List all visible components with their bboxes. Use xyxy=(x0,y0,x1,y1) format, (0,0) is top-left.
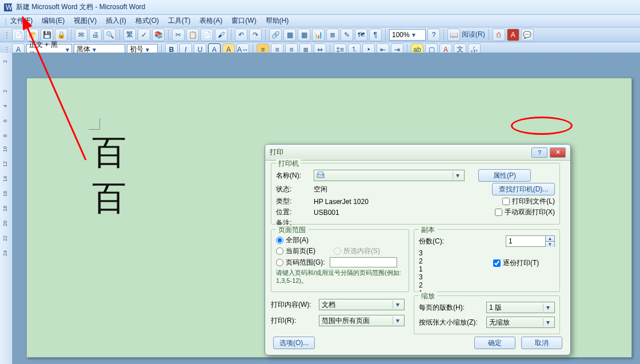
page-range-fieldset: 页面范围 全部(A) 当前页(E) 所选内容(S) 页码范围(G): 请键入页码… xyxy=(271,229,409,292)
spinner-up-icon[interactable]: ▲ xyxy=(545,236,554,241)
dialog-titlebar[interactable]: 打印 ? ✕ xyxy=(265,145,570,161)
options-button[interactable]: 选项(O)... xyxy=(273,337,315,349)
columns-icon[interactable]: ≣ xyxy=(326,29,339,41)
dialog-help-button[interactable]: ? xyxy=(531,147,547,158)
undo-icon[interactable]: ↶ xyxy=(235,29,247,41)
spinner-down-icon[interactable]: ▼ xyxy=(545,241,554,247)
docmap-icon[interactable]: 🗺 xyxy=(355,29,367,41)
scale-select[interactable]: 无缩放▾ xyxy=(486,317,555,328)
help-icon[interactable]: ? xyxy=(427,29,440,41)
scale-label: 按纸张大小缩放(Z): xyxy=(419,318,482,327)
printer-location-label: 位置: xyxy=(276,207,309,217)
window-titlebar: W 新建 Microsoft Word 文档 - Microsoft Word xyxy=(0,0,640,15)
per-sheet-value: 1 版 xyxy=(489,303,502,313)
print-to-file-checkbox[interactable]: 打印到文件(L) xyxy=(502,197,555,206)
menu-table[interactable]: 表格(A) xyxy=(195,15,227,27)
spellcheck-icon[interactable]: ✓ xyxy=(138,29,150,41)
chevron-down-icon: ▾ xyxy=(393,301,402,309)
reading-label[interactable]: 阅读(R) xyxy=(462,30,485,39)
acrobat-icon[interactable]: A xyxy=(507,29,519,41)
dialog-close-button[interactable]: ✕ xyxy=(550,147,566,158)
printer-name-select[interactable]: ▾ xyxy=(314,170,465,181)
collate-checkbox[interactable]: 逐份打印(T) xyxy=(493,258,539,268)
cut-icon[interactable]: ✂ xyxy=(172,29,185,41)
per-sheet-label: 每页的版数(H): xyxy=(419,303,482,313)
chevron-down-icon: ▾ xyxy=(543,303,552,311)
menu-bar: ⋮ 文件(F) 编辑(E) 视图(V) 插入(I) 格式(O) 工具(T) 表格… xyxy=(0,15,640,27)
new-doc-icon[interactable]: 📄 xyxy=(12,29,25,41)
menu-edit[interactable]: 编辑(E) xyxy=(37,15,69,27)
vertical-ruler[interactable]: 2 2 4 6 8 10 12 14 16 18 20 22 24 xyxy=(0,53,13,364)
reading-layout-icon[interactable]: 📖 xyxy=(447,29,460,41)
range-current-radio[interactable]: 当前页(E) xyxy=(276,246,315,256)
chevron-down-icon: ▾ xyxy=(393,317,402,325)
format-painter-icon[interactable]: 🖌 xyxy=(215,29,227,41)
menu-tools[interactable]: 工具(T) xyxy=(163,15,195,27)
printer-type-label: 类型: xyxy=(276,197,309,206)
zoom-legend: 缩放 xyxy=(419,291,437,301)
redo-icon[interactable]: ↷ xyxy=(249,29,262,41)
print-content-select[interactable]: 文档▾ xyxy=(319,299,405,310)
copies-count-label: 份数(C): xyxy=(419,237,444,246)
menu-insert[interactable]: 插入(I) xyxy=(101,15,130,27)
svg-text:W: W xyxy=(6,3,13,11)
document-workspace: 2 2 4 6 8 10 12 14 16 18 20 22 24 百 百 打印… xyxy=(0,53,640,364)
mail-icon[interactable]: ✉ xyxy=(75,29,87,41)
copies-fieldset: 副本 份数(C): ▲▼ 3 2 1 xyxy=(414,229,560,292)
printer-name-label: 名称(N): xyxy=(276,171,309,181)
pdf-icon[interactable]: ⎙ xyxy=(493,29,505,41)
document-text-line-1: 百 xyxy=(92,130,126,176)
menu-format[interactable]: 格式(O) xyxy=(131,15,163,27)
permissions-icon[interactable]: 🔒 xyxy=(55,29,67,41)
chinese-convert-icon[interactable]: 繁 xyxy=(123,29,136,41)
research-icon[interactable]: 📚 xyxy=(152,29,165,41)
drawing-icon[interactable]: ✎ xyxy=(341,29,353,41)
print-content-label: 打印内容(W): xyxy=(271,300,314,310)
copies-legend: 副本 xyxy=(419,225,437,235)
copies-count-input[interactable] xyxy=(506,236,545,246)
print-preview-icon[interactable]: 🔍 xyxy=(103,29,116,41)
range-selection-radio: 所选内容(S) xyxy=(334,246,380,256)
menu-window[interactable]: 窗口(W) xyxy=(227,15,261,27)
print-which-select[interactable]: 范围中所有页面▾ xyxy=(319,315,405,326)
copies-count-spinner[interactable]: ▲▼ xyxy=(506,235,555,247)
insert-worksheet-icon[interactable]: 📊 xyxy=(312,29,325,41)
printer-properties-button[interactable]: 属性(P) xyxy=(478,169,531,182)
find-printer-button[interactable]: 查找打印机(D)... xyxy=(492,183,555,195)
print-content-value: 文档 xyxy=(322,300,335,310)
open-icon[interactable]: 📂 xyxy=(26,29,39,41)
printer-status-label: 状态: xyxy=(276,185,309,194)
menu-help[interactable]: 帮助(H) xyxy=(261,15,294,27)
range-pages-radio[interactable]: 页码范围(G): xyxy=(276,258,325,267)
menu-file[interactable]: 文件(F) xyxy=(6,15,37,27)
paste-icon[interactable]: 📄 xyxy=(201,29,213,41)
hyperlink-icon[interactable]: 🔗 xyxy=(269,29,282,41)
save-icon[interactable]: 💾 xyxy=(41,29,53,41)
insert-table-icon[interactable]: ▦ xyxy=(298,29,310,41)
window-title: 新建 Microsoft Word 文档 - Microsoft Word xyxy=(16,2,145,12)
printer-icon xyxy=(317,171,325,179)
manual-duplex-checkbox[interactable]: 手动双面打印(X) xyxy=(495,207,555,217)
print-icon[interactable]: 🖨 xyxy=(89,29,102,41)
cancel-button[interactable]: 取消 xyxy=(521,337,562,349)
print-which-value: 范围中所有页面 xyxy=(322,316,370,326)
dialog-title: 打印 xyxy=(270,147,283,157)
printer-location-value: USB001 xyxy=(314,209,339,217)
range-hint: 请键入页码和/或用逗号分隔的页码范围(例如: 1,3,5-12)。 xyxy=(276,269,404,285)
print-dialog: 打印 ? ✕ 打印机 名称(N): ▾ 属性(P) xyxy=(265,144,571,355)
acrobat-comment-icon[interactable]: 💬 xyxy=(521,29,534,41)
toolbar-standard: ⋮ 📄 📂 💾 🔒 ✉ 🖨 🔍 繁 ✓ 📚 ✂ 📋 📄 🖌 ↶ ↷ 🔗 ▦ ▦ … xyxy=(0,27,640,42)
svg-rect-3 xyxy=(318,172,323,174)
tables-borders-icon[interactable]: ▦ xyxy=(283,29,296,41)
show-marks-icon[interactable]: ¶ xyxy=(369,29,382,41)
copy-icon[interactable]: 📋 xyxy=(186,29,199,41)
range-all-radio[interactable]: 全部(A) xyxy=(276,235,309,245)
per-sheet-select[interactable]: 1 版▾ xyxy=(486,302,555,313)
ok-button[interactable]: 确定 xyxy=(474,337,515,349)
page-range-legend: 页面范围 xyxy=(276,225,308,235)
range-pages-input[interactable] xyxy=(330,257,397,267)
printer-status-value: 空闲 xyxy=(314,185,327,194)
menu-view[interactable]: 视图(V) xyxy=(69,15,101,27)
zoom-combo[interactable]: 100%▾ xyxy=(389,29,426,41)
svg-point-4 xyxy=(322,175,323,176)
